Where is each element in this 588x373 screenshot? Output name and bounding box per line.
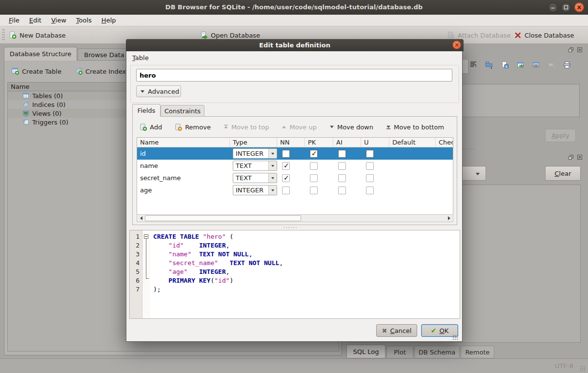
toolbar-grip[interactable]: [2, 29, 5, 41]
column-header-default[interactable]: Default: [389, 138, 436, 147]
dialog-close-icon[interactable]: ✕: [452, 41, 461, 49]
column-header-u[interactable]: U: [361, 138, 389, 147]
field-type-combo[interactable]: INTEGER: [233, 148, 277, 159]
fold-collapse-icon[interactable]: [144, 234, 148, 239]
tab-remote[interactable]: Remote: [461, 346, 494, 358]
views-icon: [22, 110, 29, 117]
dock-splitter-handle[interactable]: [461, 148, 474, 149]
dock-dock-close-icon[interactable]: [576, 46, 583, 53]
column-header-ai[interactable]: AI: [333, 138, 361, 147]
tab-constraints[interactable]: Constraints: [161, 105, 204, 117]
nn-checkbox[interactable]: [282, 150, 290, 158]
pk-checkbox[interactable]: [310, 174, 318, 182]
maximize-window-button[interactable]: [561, 2, 571, 12]
nn-checkbox[interactable]: [282, 162, 290, 170]
window-resize-grip[interactable]: [580, 366, 586, 372]
ai-checkbox[interactable]: [338, 174, 346, 182]
tab-plot[interactable]: Plot: [386, 346, 413, 358]
chevron-down-icon: [268, 186, 277, 195]
create-index-icon: [75, 67, 82, 76]
clear-log-button[interactable]: Clear: [545, 166, 581, 181]
u-checkbox[interactable]: [366, 162, 374, 170]
menu-help[interactable]: Help: [97, 16, 121, 25]
maximize-icon: [563, 4, 569, 11]
close-window-button[interactable]: [574, 2, 584, 12]
dock-dock-close-icon[interactable]: [576, 154, 583, 161]
remove-button[interactable]: Remove: [175, 124, 211, 131]
new-database-button[interactable]: New Database: [7, 29, 68, 41]
menu-edit[interactable]: Edit: [24, 16, 46, 25]
column-header-check[interactable]: Check: [436, 138, 453, 147]
field-row-age[interactable]: ageINTEGER: [137, 184, 453, 196]
field-type-combo[interactable]: TEXT: [233, 173, 277, 183]
u-checkbox[interactable]: [366, 150, 374, 158]
menu-tools[interactable]: Tools: [71, 16, 97, 25]
u-checkbox[interactable]: [366, 174, 374, 182]
text-block-icon: [469, 61, 477, 69]
scrollbar-handle[interactable]: [145, 215, 301, 221]
set-null-button: [548, 61, 555, 70]
field-name-cell[interactable]: secret_name: [137, 172, 230, 184]
nn-checkbox[interactable]: [282, 186, 290, 194]
dialog-title: Edit table definition: [259, 41, 330, 49]
move-to-bottom-button[interactable]: Move to bottom: [386, 124, 444, 131]
link-button[interactable]: [532, 61, 540, 70]
pk-checkbox[interactable]: [310, 150, 318, 158]
text-block-button[interactable]: [469, 61, 477, 70]
dialog-titlebar[interactable]: Edit table definition ✕: [126, 39, 464, 51]
sql-preview-editor: 1234567 CREATE TABLE "hero" ( "id" INTEG…: [129, 230, 460, 319]
create-index-button[interactable]: Create Index: [72, 64, 129, 78]
menu-file[interactable]: File: [4, 16, 24, 25]
scroll-left-icon[interactable]: [137, 215, 145, 222]
sql-line-7: );: [153, 285, 283, 294]
fields-table: NameTypeNNPKAIUDefaultCheckidINTEGERname…: [137, 137, 453, 217]
ai-checkbox[interactable]: [338, 162, 346, 170]
fields-table-hscrollbar[interactable]: [137, 214, 453, 222]
field-row-id[interactable]: idINTEGER: [137, 147, 453, 160]
create-table-button[interactable]: Create Table: [8, 64, 64, 78]
tab-db-schema[interactable]: DB Schema: [414, 346, 460, 358]
import-button[interactable]: [485, 61, 493, 70]
move-down-button[interactable]: Move down: [329, 124, 373, 131]
tables-icon: [22, 92, 29, 99]
field-name-cell[interactable]: name: [137, 160, 230, 172]
tab-sql-log[interactable]: SQL Log: [346, 345, 385, 358]
pk-checkbox[interactable]: [310, 186, 318, 194]
u-checkbox[interactable]: [366, 186, 374, 194]
nn-checkbox[interactable]: [282, 174, 290, 182]
move-up-button: Move up: [282, 124, 317, 131]
ai-checkbox[interactable]: [338, 150, 346, 158]
field-name-cell[interactable]: id: [137, 147, 230, 160]
tab-browse-data[interactable]: Browse Data: [78, 48, 131, 61]
cancel-button[interactable]: ✖ Cancel: [376, 324, 417, 337]
field-row-secret_name[interactable]: secret_nameTEXT: [137, 172, 453, 184]
field-name-cell[interactable]: age: [137, 184, 230, 196]
dock-float-icon[interactable]: [568, 154, 574, 161]
tab-fields[interactable]: Fields: [132, 104, 161, 117]
table-name-input[interactable]: [136, 69, 452, 82]
minimize-window-button[interactable]: [548, 2, 558, 12]
column-header-pk[interactable]: PK: [305, 138, 333, 147]
dialog-splitter-handle[interactable]: [284, 227, 297, 228]
column-header-name[interactable]: Name: [137, 138, 230, 147]
column-header-type[interactable]: Type: [230, 138, 277, 147]
dialog-resize-grip[interactable]: [452, 334, 458, 340]
field-type-combo[interactable]: INTEGER: [233, 185, 277, 195]
open-external-button[interactable]: [517, 61, 525, 70]
print-button[interactable]: [563, 61, 571, 70]
ai-checkbox[interactable]: [338, 186, 346, 194]
menu-view[interactable]: View: [46, 16, 71, 25]
dock-float-icon[interactable]: [568, 46, 574, 53]
scroll-right-icon[interactable]: [445, 215, 453, 222]
export-button[interactable]: [501, 61, 509, 70]
column-header-nn[interactable]: NN: [277, 138, 305, 147]
window-titlebar[interactable]: DB Browser for SQLite - /home/user/code/…: [0, 0, 588, 15]
sql-line-5: "age" INTEGER,: [153, 268, 283, 276]
close-database-button[interactable]: Close Database: [512, 29, 576, 41]
pk-checkbox[interactable]: [310, 162, 318, 170]
add-button[interactable]: Add: [140, 124, 162, 131]
advanced-toggle-button[interactable]: Advanced: [136, 85, 181, 97]
field-type-combo[interactable]: TEXT: [233, 161, 277, 171]
field-row-name[interactable]: nameTEXT: [137, 160, 453, 172]
tab-database-structure[interactable]: Database Structure: [4, 47, 77, 61]
